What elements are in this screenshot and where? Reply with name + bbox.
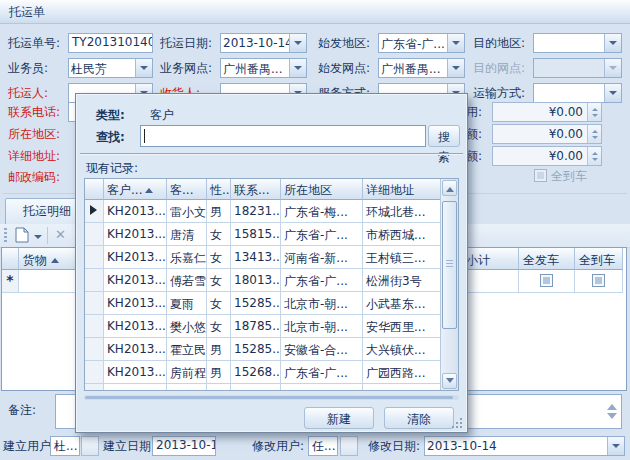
customer-cell[interactable]: 樊小悠 xyxy=(167,315,207,338)
dropdown-button[interactable] xyxy=(607,437,624,455)
unreceived-field[interactable]: ¥0.00 xyxy=(492,146,602,166)
column-header[interactable]: 客户... xyxy=(104,179,167,200)
customer-cell[interactable]: 广东省-广... xyxy=(281,223,363,246)
customer-cell[interactable]: 孙安坤 xyxy=(167,384,207,391)
resize-grip[interactable] xyxy=(451,417,463,429)
row-selector-cell[interactable] xyxy=(85,361,104,384)
all-arrive-row-checkbox[interactable] xyxy=(592,274,605,287)
customer-cell[interactable]: KH2013... xyxy=(104,269,167,292)
all-depart-checkbox[interactable] xyxy=(540,274,553,287)
customer-row[interactable]: KH2013...雷小文男18231...广东省-梅...环城北巷... xyxy=(85,200,458,223)
customer-cell[interactable]: 雷小文 xyxy=(167,200,207,223)
customer-cell[interactable]: 男 xyxy=(207,338,231,361)
customer-cell[interactable]: 广东省-梅... xyxy=(281,200,363,223)
horizontal-scrollbar[interactable] xyxy=(84,395,459,400)
customer-cell[interactable]: 北京市-朝... xyxy=(281,315,363,338)
customer-cell[interactable]: 王村镇三... xyxy=(363,246,443,269)
row-selector-cell[interactable] xyxy=(85,338,104,361)
clear-button[interactable]: 清除 xyxy=(384,407,454,429)
modified-by-input[interactable]: 任... xyxy=(308,436,338,456)
column-header[interactable]: 详细地址 xyxy=(363,179,443,200)
customer-cell[interactable]: KH2013... xyxy=(104,361,167,384)
customer-cell[interactable]: 市桥街兰 xyxy=(363,384,443,391)
customer-cell[interactable]: 小武基东... xyxy=(363,292,443,315)
customer-cell[interactable]: 13413... xyxy=(231,246,281,269)
hscrollbar-thumb[interactable] xyxy=(85,396,453,399)
column-header[interactable]: 联系... xyxy=(231,179,281,200)
customer-row[interactable]: KH2013...樊小悠女18785...北京市-朝...安华西里... xyxy=(85,315,458,338)
customer-cell[interactable]: 大兴镇伏... xyxy=(363,338,443,361)
row-selector-cell[interactable] xyxy=(85,200,104,223)
row-selector-cell[interactable] xyxy=(85,223,104,246)
created-date-input[interactable]: 2013-10-14 xyxy=(152,436,216,456)
column-header[interactable]: 性.. xyxy=(207,179,231,200)
scrollbar-thumb[interactable] xyxy=(442,201,457,329)
salesman-combo[interactable]: 杜民芳 xyxy=(68,58,153,78)
row-selector-cell[interactable] xyxy=(85,269,104,292)
chevron-down-icon[interactable] xyxy=(34,235,42,243)
customer-cell[interactable]: KH2013... xyxy=(104,338,167,361)
customer-cell[interactable]: 女 xyxy=(207,246,231,269)
transport-mode-combo[interactable] xyxy=(533,83,622,103)
customer-row[interactable]: KH2013...夏雨女15285...北京市-朝...小武基东... xyxy=(85,292,458,315)
dropdown-button[interactable] xyxy=(604,34,621,52)
ship-date-combo[interactable]: 2013-10-14 xyxy=(220,33,307,53)
scroll-down-icon[interactable] xyxy=(607,413,617,424)
created-by-input[interactable]: 杜... xyxy=(50,436,80,456)
customer-cell[interactable]: 广东省-广 xyxy=(281,384,363,391)
customer-cell[interactable]: 广园西路... xyxy=(363,361,443,384)
subtotal-column-header[interactable]: 小计 xyxy=(462,248,519,270)
customer-cell[interactable]: 15815... xyxy=(231,223,281,246)
customer-cell[interactable]: 房前程 xyxy=(167,361,207,384)
customer-cell[interactable]: 河南省-新... xyxy=(281,246,363,269)
customer-cell[interactable]: 傅若雪 xyxy=(167,269,207,292)
business-branch-combo[interactable]: 广州番禺... xyxy=(220,58,307,78)
customer-row[interactable]: KH2013...傅若雪女18013...广东省-广...松洲街3号 xyxy=(85,269,458,292)
customer-row[interactable]: KH2013...霍立民男15285...安徽省-合...大兴镇伏... xyxy=(85,338,458,361)
customer-cell[interactable]: 广东省-广... xyxy=(281,361,363,384)
receivable-field[interactable]: ¥0.00 xyxy=(492,124,602,144)
customer-cell[interactable]: KH2013... xyxy=(104,200,167,223)
scroll-up-button[interactable] xyxy=(442,180,457,196)
all-arrive-cell[interactable] xyxy=(575,270,623,293)
customer-cell[interactable]: 15285... xyxy=(231,292,281,315)
customer-row[interactable]: KH2013孙安坤男13415广东省-广市桥街兰 xyxy=(85,384,458,391)
toolbar-grip[interactable] xyxy=(4,228,7,243)
row-selector-cell[interactable] xyxy=(85,384,104,391)
vertical-scrollbar[interactable] xyxy=(440,179,458,390)
customer-cell[interactable]: 15268... xyxy=(231,361,281,384)
find-input[interactable] xyxy=(140,125,426,147)
customer-cell[interactable]: 霍立民 xyxy=(167,338,207,361)
subtotal-cell[interactable] xyxy=(462,270,519,293)
customer-cell[interactable]: 环城北巷... xyxy=(363,200,443,223)
customer-row[interactable]: KH2013...唐清女15815...广东省-广...市桥西城... xyxy=(85,223,458,246)
all-arrive-column-header[interactable]: 全到车 xyxy=(575,248,623,270)
origin-branch-combo[interactable]: 广州番禺... xyxy=(378,58,465,78)
scroll-down-button[interactable] xyxy=(442,373,457,389)
customer-cell[interactable]: 市桥西城... xyxy=(363,223,443,246)
customer-cell[interactable]: 广东省-广... xyxy=(281,269,363,292)
customer-cell[interactable]: 北京市-朝... xyxy=(281,292,363,315)
column-header[interactable]: 所在地区 xyxy=(281,179,363,200)
customer-cell[interactable]: 18785... xyxy=(231,315,281,338)
dropdown-button[interactable] xyxy=(289,59,306,77)
customer-cell[interactable]: 唐清 xyxy=(167,223,207,246)
customer-cell[interactable]: KH2013... xyxy=(104,315,167,338)
customer-cell[interactable]: KH2013... xyxy=(104,223,167,246)
column-header[interactable]: 客... xyxy=(167,179,207,200)
spinner[interactable] xyxy=(587,125,601,143)
row-selector-cell[interactable] xyxy=(85,246,104,269)
dropdown-button[interactable] xyxy=(604,84,621,102)
customer-cell[interactable]: 安徽省-合... xyxy=(281,338,363,361)
spinner[interactable] xyxy=(587,103,601,121)
customer-cell[interactable]: 女 xyxy=(207,269,231,292)
customer-cell[interactable]: KH2013... xyxy=(104,292,167,315)
customer-cell[interactable]: 安华西里... xyxy=(363,315,443,338)
dropdown-button[interactable] xyxy=(135,59,152,77)
customer-cell[interactable]: 15285... xyxy=(231,338,281,361)
customer-cell[interactable]: 乐嘉仁 xyxy=(167,246,207,269)
new-button[interactable]: 新建 xyxy=(304,407,374,429)
all-depart-column-header[interactable]: 全发车 xyxy=(519,248,575,270)
dropdown-button[interactable] xyxy=(447,59,464,77)
all-depart-cell[interactable] xyxy=(519,270,575,293)
